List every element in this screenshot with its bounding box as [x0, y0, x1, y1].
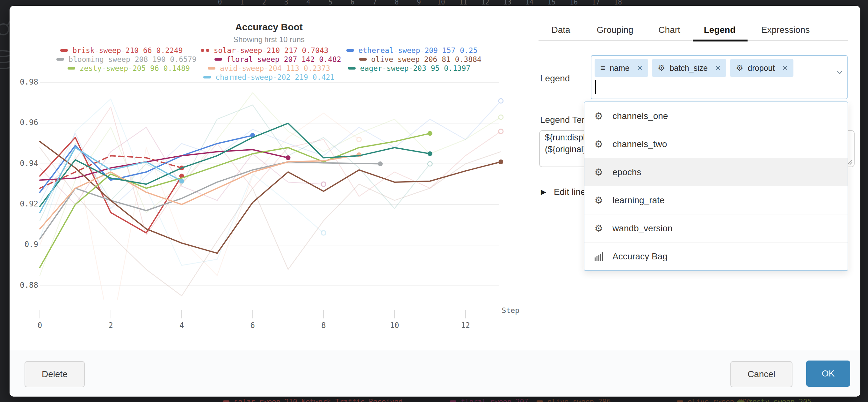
legend-keys-field[interactable]: ≡name×⚙batch_size×⚙dropout× — [591, 55, 847, 99]
raw-run-line — [40, 107, 501, 235]
legend-swatch — [346, 49, 354, 52]
delete-button[interactable]: Delete — [25, 361, 85, 387]
dropdown-item-channels_one[interactable]: ⚙channels_one — [584, 102, 847, 130]
close-icon[interactable]: × — [637, 63, 642, 73]
legend-entry[interactable]: blooming-sweep-208 190 0.6579 — [56, 55, 196, 63]
run-end-dot — [321, 231, 326, 235]
dropdown-item-label: Accuracy Bag — [613, 251, 668, 262]
legend-swatch — [348, 67, 355, 69]
edit-line-titles-toggle[interactable]: ▶ Edit line — [541, 187, 586, 197]
legend-entry[interactable]: eager-sweep-203 95 0.1397 — [348, 64, 470, 73]
x-tick-label: 8 — [321, 321, 326, 330]
y-tick-label: 0.92 — [13, 199, 38, 208]
x-tick-mark — [465, 310, 466, 318]
edit-line-titles-label: Edit line — [554, 187, 586, 197]
legend-entry[interactable]: ethereal-sweep-209 157 0.25 — [346, 46, 478, 55]
dim-axis-number: 4 — [306, 0, 310, 6]
gear-icon: ⚙ — [593, 195, 604, 206]
page-root: 0123456789101112131415161718 solar-sweep… — [0, 0, 868, 402]
x-tick-mark — [181, 310, 182, 318]
legend-swatch — [214, 58, 222, 61]
legend-key-tag-name[interactable]: ≡name× — [595, 59, 648, 77]
gear-icon: ⚙ — [593, 139, 604, 150]
dim-run-swatch — [223, 400, 229, 402]
run-line — [40, 123, 430, 206]
tag-label: batch_size — [670, 63, 708, 73]
x-tick-label: 6 — [250, 321, 255, 330]
dim-run-legend: solar-sweep-210 Network Traffic Received — [223, 398, 403, 402]
legend-key-tag-dropout[interactable]: ⚙dropout× — [730, 59, 793, 77]
chart-settings-modal: Accuracy Boot Showing first 10 runs bris… — [9, 6, 860, 397]
legend-entry[interactable]: solar-sweep-210 217 0.7043 — [201, 46, 329, 55]
chart-title: Accuracy Boot — [9, 22, 528, 32]
tab-expressions[interactable]: Expressions — [759, 21, 812, 39]
dropdown-item-label: epochs — [613, 167, 641, 177]
legend-swatch — [56, 58, 64, 61]
legend-swatch — [60, 49, 68, 52]
dropdown-item-learning_rate[interactable]: ⚙learning_rate — [584, 186, 847, 214]
modal-footer: Delete Cancel OK — [9, 350, 860, 397]
legend-entry-label: avid-sweep-204 113 0.2373 — [220, 64, 330, 73]
collapsed-triangle-icon: ▶ — [541, 188, 546, 196]
dropdown-item-epochs[interactable]: ⚙epochs — [584, 158, 847, 186]
dropdown-item-wandb_version[interactable]: ⚙wandb_version — [584, 214, 847, 242]
raw-run-line — [40, 148, 501, 296]
tab-grouping[interactable]: Grouping — [594, 21, 636, 39]
gear-icon: ⚙ — [658, 63, 665, 73]
dim-axis-number: 7 — [372, 0, 377, 6]
dim-axis-number: 5 — [329, 0, 333, 6]
legend-entry[interactable]: floral-sweep-207 142 0.482 — [214, 55, 341, 63]
legend-entry[interactable]: avid-sweep-204 113 0.2373 — [208, 64, 330, 73]
gear-icon: ⚙ — [593, 167, 604, 178]
dim-axis-number: 9 — [417, 0, 421, 6]
legend-template-label: Legend Tem — [540, 115, 589, 125]
tab-legend[interactable]: Legend — [703, 21, 736, 39]
run-end-dot — [179, 179, 184, 183]
run-end-dot — [498, 160, 503, 164]
dim-axis-number: 18 — [614, 0, 622, 6]
dim-axis-number: 16 — [570, 0, 578, 6]
x-tick-mark — [323, 310, 324, 318]
legend-entry-label: blooming-sweep-208 190 0.6579 — [68, 55, 196, 63]
dropdown-item-channels_two[interactable]: ⚙channels_two — [584, 130, 847, 158]
close-icon[interactable]: × — [715, 63, 720, 73]
text-caret — [595, 80, 596, 94]
line-chart-plot — [36, 77, 507, 300]
tag-label: dropout — [748, 63, 775, 73]
legend-entry[interactable]: brisk-sweep-210 66 0.2249 — [60, 46, 183, 55]
x-tick-label: 0 — [38, 321, 42, 330]
legend-swatch — [359, 58, 367, 61]
dim-run-legend: olive-sweep-206 — [537, 398, 611, 402]
legend-entry-label: brisk-sweep-210 66 0.2249 — [72, 46, 183, 55]
dim-axis-number: 17 — [592, 0, 600, 6]
legend-entry[interactable]: olive-sweep-206 81 0.3884 — [359, 55, 482, 63]
tab-chart[interactable]: Chart — [657, 21, 681, 39]
legend-entry-label: solar-sweep-210 217 0.7043 — [214, 46, 329, 55]
dropdown-item-label: channels_one — [613, 111, 668, 121]
legend-key-tags: ≡name×⚙batch_size×⚙dropout× — [595, 59, 794, 77]
x-tick-label: 4 — [179, 321, 184, 330]
dim-axis-number: 1 — [240, 0, 244, 6]
legend-entry-label: eager-sweep-203 95 0.1397 — [360, 64, 470, 73]
x-tick-mark — [111, 310, 111, 318]
legend-entry-label: zesty-sweep-205 96 0.1489 — [80, 64, 190, 73]
ok-button[interactable]: OK — [806, 361, 850, 387]
legend-key-tag-batch_size[interactable]: ⚙batch_size× — [652, 59, 726, 77]
dropdown-item-accuracy-bag[interactable]: Accuracy Bag — [584, 242, 847, 270]
dim-axis-number: 10 — [437, 0, 445, 6]
bar-chart-icon — [593, 252, 604, 261]
gear-icon: ⚙ — [736, 63, 743, 73]
legend-swatch — [67, 67, 75, 69]
tab-data[interactable]: Data — [551, 21, 571, 39]
gear-icon: ⚙ — [593, 110, 604, 121]
close-icon[interactable]: × — [782, 63, 787, 73]
run-end-dot — [321, 182, 326, 186]
run-end-dot — [428, 131, 432, 136]
dim-run-swatch — [737, 400, 744, 402]
list-icon: ≡ — [600, 63, 605, 73]
legend-entry[interactable]: zesty-sweep-205 96 0.1489 — [67, 64, 190, 73]
cancel-button[interactable]: Cancel — [730, 361, 793, 387]
chevron-down-icon[interactable] — [836, 69, 844, 76]
dim-run-legend: zesty-sweep-205 — [737, 398, 812, 402]
x-axis-title: Step — [481, 306, 519, 315]
